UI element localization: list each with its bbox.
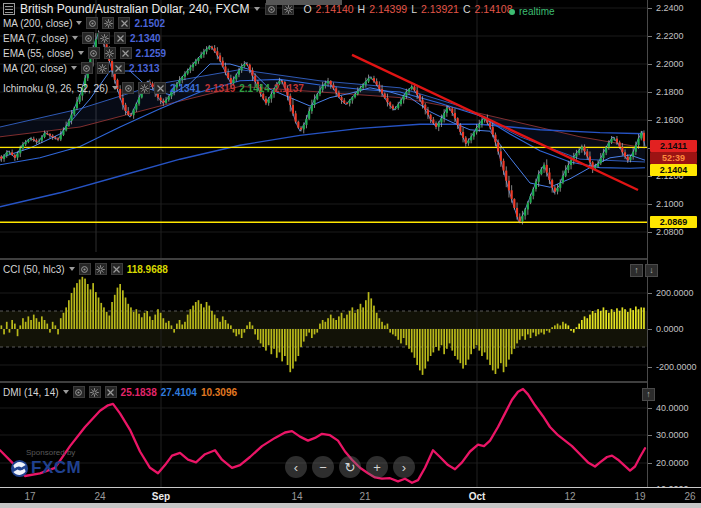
- dmi-legend-remove-button[interactable]: [105, 386, 117, 398]
- ohlc-value: 2.14399: [369, 3, 407, 15]
- price-label: 2.1411: [650, 140, 697, 152]
- indicator-legend-title[interactable]: EMA (55, close): [3, 48, 74, 59]
- symbol-title[interactable]: British Pound/Australian Dollar, 240, FX…: [20, 2, 249, 16]
- window-edge: [0, 503, 701, 508]
- chevron-down-icon: [112, 86, 118, 90]
- price-tick: -200.0000: [656, 362, 697, 372]
- indicator-legend-title[interactable]: MA (20, close): [3, 63, 67, 74]
- indicator-legend-visibility-button[interactable]: [88, 47, 100, 59]
- indicator-legend-settings-button[interactable]: [98, 32, 110, 44]
- cci-pane-up-button[interactable]: ↑: [630, 264, 643, 277]
- chevron-down-icon: [71, 66, 77, 70]
- indicator-legend-remove-button[interactable]: [154, 82, 166, 94]
- time-tick: 12: [564, 491, 575, 502]
- price-axis[interactable]: 2.24002.22002.20002.18002.16002.14002.12…: [647, 0, 701, 487]
- indicator-legend-title[interactable]: EMA (7, close): [3, 33, 68, 44]
- price-tick: 2.0800: [656, 227, 684, 237]
- time-tick: 17: [24, 491, 35, 502]
- realtime-dot-icon: [509, 9, 515, 15]
- indicator-legend-settings-button[interactable]: [97, 62, 109, 74]
- price-tick: 2.2400: [656, 3, 684, 13]
- cci-legend-remove-button[interactable]: [111, 263, 123, 275]
- ohlc-label: L: [411, 3, 417, 15]
- gear-icon: [90, 388, 99, 397]
- time-tick: 19: [634, 491, 645, 502]
- indicator-legend: EMA (55, close)2.1259: [3, 47, 166, 59]
- indicator-legend-remove-button[interactable]: [114, 32, 126, 44]
- menu-icon[interactable]: [3, 3, 15, 15]
- indicator-legend-settings-button[interactable]: [104, 47, 116, 59]
- indicator-legend-value: 2.1259: [136, 48, 167, 59]
- time-tick: 14: [291, 491, 302, 502]
- indicator-legend-visibility-button[interactable]: [81, 62, 93, 74]
- price-tick: 2.1800: [656, 87, 684, 97]
- indicator-legend-visibility-button[interactable]: [122, 82, 134, 94]
- tooltip-fragment: [266, 0, 342, 5]
- indicator-legend: Ichimoku (9, 26, 52, 26)2.13412.13192.14…: [3, 82, 304, 94]
- realtime-status: realtime: [509, 6, 555, 17]
- scroll-left-button[interactable]: ‹: [285, 456, 307, 478]
- price-label: 2.1404: [650, 164, 697, 176]
- chevron-down-icon: [254, 7, 260, 11]
- ohlc-label: C: [463, 3, 471, 15]
- close-icon: [120, 19, 129, 28]
- chevron-down-icon: [69, 267, 75, 271]
- panel-separator[interactable]: [0, 258, 701, 260]
- dmi-legend-visibility-button[interactable]: [73, 386, 85, 398]
- sponsor-logo[interactable]: Sponsored by FXCM: [10, 448, 81, 478]
- indicator-legend-remove-button[interactable]: [118, 17, 130, 29]
- indicator-legend-value: 2.1340: [130, 33, 161, 44]
- indicator-legend-visibility-button[interactable]: [86, 17, 98, 29]
- price-tick: 30.0000: [656, 430, 689, 440]
- cci-pane-down-button[interactable]: ↓: [645, 264, 658, 277]
- eye-icon: [89, 49, 98, 58]
- zoom-out-button[interactable]: −: [312, 456, 334, 478]
- price-tick: 20.0000: [656, 458, 689, 468]
- panel-separator[interactable]: [0, 381, 701, 383]
- close-icon: [114, 64, 123, 73]
- indicator-legend-value: 2.1313: [129, 63, 160, 74]
- indicator-legend-remove-button[interactable]: [120, 47, 132, 59]
- indicator-legend-value: 2.1502: [134, 18, 165, 29]
- indicator-legend-title[interactable]: Ichimoku (9, 26, 52, 26): [3, 83, 108, 94]
- indicator-legend: MA (20, close)2.1313: [3, 62, 160, 74]
- time-tick: 21: [359, 491, 370, 502]
- realtime-label: realtime: [519, 6, 555, 17]
- indicator-legend-settings-button[interactable]: [102, 17, 114, 29]
- indicator-legend-value: 2.1319: [205, 83, 236, 94]
- eye-icon: [74, 388, 83, 397]
- reset-view-button[interactable]: ↻: [339, 456, 361, 478]
- gear-icon: [105, 49, 114, 58]
- eye-icon: [82, 64, 91, 73]
- indicator-legend-value: 2.1137: [274, 83, 304, 94]
- time-axis[interactable]: 1724Sep1421Oct121926: [0, 487, 701, 503]
- cci-legend-settings-button[interactable]: [95, 263, 107, 275]
- cci-legend-visibility-button[interactable]: [79, 263, 91, 275]
- close-icon: [106, 388, 115, 397]
- price-label: 2.0869: [650, 216, 697, 228]
- dmi-legend-settings-button[interactable]: [89, 386, 101, 398]
- zoom-in-button[interactable]: +: [366, 456, 388, 478]
- indicator-legend-remove-button[interactable]: [113, 62, 125, 74]
- gear-icon: [98, 64, 107, 73]
- cci-legend-title[interactable]: CCI (50, hlc3): [3, 264, 65, 275]
- close-icon: [121, 49, 130, 58]
- close-icon: [156, 84, 165, 93]
- dmi-legend-title[interactable]: DMI (14, 14): [3, 387, 59, 398]
- gear-icon: [100, 34, 109, 43]
- cci-legend: CCI (50, hlc3)118.9688: [3, 263, 168, 275]
- indicator-legend-title[interactable]: MA (200, close): [3, 18, 72, 29]
- eye-icon: [80, 265, 89, 274]
- cci-chart-canvas[interactable]: [0, 260, 647, 381]
- fxcm-wordmark: FXCM: [31, 458, 81, 478]
- price-tick: 2.1600: [656, 115, 684, 125]
- scroll-right-button[interactable]: ›: [393, 456, 415, 478]
- indicator-legend-visibility-button[interactable]: [82, 32, 94, 44]
- price-tick: 2.2200: [656, 31, 684, 41]
- indicator-legend-settings-button[interactable]: [138, 82, 150, 94]
- dmi-pane-up-button[interactable]: ↑: [642, 388, 655, 401]
- ohlc-label: H: [358, 3, 366, 15]
- eye-icon: [84, 34, 93, 43]
- indicator-legend: MA (200, close)2.1502: [3, 17, 165, 29]
- sponsored-by-text: Sponsored by: [26, 448, 81, 457]
